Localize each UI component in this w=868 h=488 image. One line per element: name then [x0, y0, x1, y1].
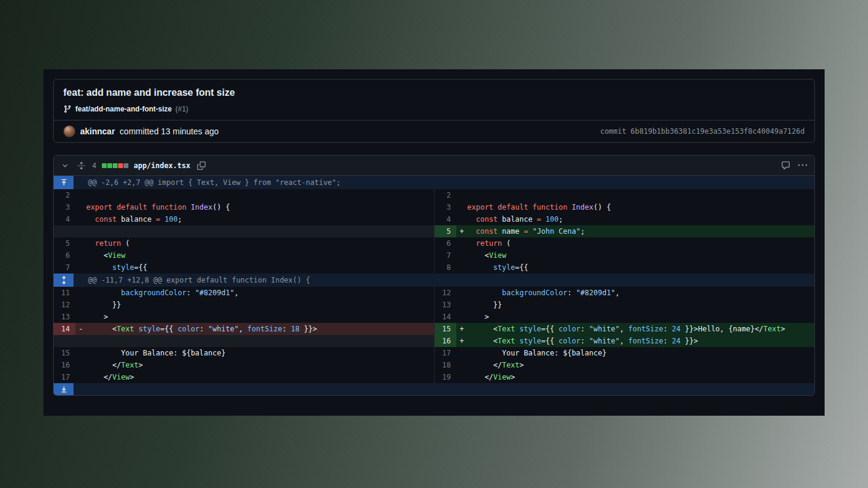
diff-left-half: 16 </Text> — [54, 359, 434, 371]
line-number[interactable]: 4 — [54, 213, 75, 225]
unfold-icon — [77, 161, 86, 170]
diff-left-half: 12 }} — [54, 299, 434, 311]
diff-right-half: 2 — [434, 189, 814, 201]
diff-right-half: 5+ const name = "John Cena"; — [434, 225, 814, 237]
line-number[interactable]: 18 — [435, 359, 456, 371]
diff-row: 3export default function Index() {3expor… — [54, 201, 814, 213]
line-number[interactable]: 16 — [54, 359, 75, 371]
diff-right-half: 7 <View — [434, 249, 814, 261]
code-line: Your Balance: ${balance} — [467, 347, 814, 359]
code-line: backgroundColor: "#8209d1", — [86, 287, 434, 299]
line-number[interactable]: 13 — [435, 299, 456, 311]
diff-row: 4 const balance = 100;4 const balance = … — [54, 213, 814, 225]
kebab-menu-button[interactable] — [797, 160, 808, 171]
expand-both-button[interactable] — [54, 274, 74, 287]
line-number — [54, 225, 75, 237]
diff-right-half: 6 return ( — [434, 237, 814, 249]
line-number[interactable]: 6 — [54, 249, 75, 261]
code-line: <View — [86, 249, 434, 261]
diff-left-half: 14- <Text style={{ color: "white", fontS… — [54, 323, 434, 335]
line-number[interactable]: 6 — [435, 237, 456, 249]
code-line: Your Balance: ${balance} — [86, 347, 434, 359]
unfold-all-button[interactable] — [76, 160, 87, 171]
line-number[interactable]: 14 — [54, 323, 75, 335]
line-number[interactable]: 17 — [435, 347, 456, 359]
diff-left-half: 4 const balance = 100; — [54, 213, 434, 225]
file-diff: 4 app/index.tsx — [53, 155, 815, 396]
code-line: style={{ — [86, 261, 434, 274]
line-number[interactable]: 13 — [54, 311, 75, 323]
diff-sign — [456, 237, 467, 249]
code-line: return ( — [86, 237, 434, 249]
line-number[interactable]: 8 — [435, 261, 456, 274]
diff-left-half: 2 — [54, 189, 434, 201]
line-number[interactable]: 14 — [435, 311, 456, 323]
code-line: return ( — [467, 237, 814, 249]
copy-path-button[interactable] — [196, 160, 207, 171]
diff-row: 5 return (6 return ( — [54, 237, 814, 249]
line-number[interactable]: 17 — [54, 371, 75, 383]
commit-title: feat: add name and increase font size — [63, 87, 805, 98]
comment-button[interactable] — [780, 160, 791, 171]
diff-right-half: 4 const balance = 100; — [434, 213, 814, 225]
commit-header-box: feat: add name and increase font size fe… — [53, 79, 815, 143]
line-number[interactable]: 7 — [54, 261, 75, 274]
branch-name[interactable]: feat/add-name-and-font-size — [75, 105, 172, 113]
file-name[interactable]: app/index.tsx — [134, 161, 190, 170]
avatar[interactable] — [63, 125, 75, 137]
hunk-header-text — [74, 383, 88, 395]
branch-row: feat/add-name-and-font-size (#1) — [63, 105, 805, 113]
diff-sign — [456, 359, 467, 371]
diff-left-half — [54, 225, 434, 237]
diff-sign — [75, 371, 86, 383]
diff-right-half: 13 }} — [434, 299, 814, 311]
author-name[interactable]: akinncar — [80, 127, 115, 136]
line-number[interactable]: 16 — [435, 335, 456, 347]
line-number[interactable]: 11 — [54, 287, 75, 299]
diff-sign — [456, 311, 467, 323]
line-number[interactable]: 12 — [435, 287, 456, 299]
line-number[interactable]: 12 — [54, 299, 75, 311]
diff-row: 13 >14 > — [54, 311, 814, 323]
diff-right-half: 12 backgroundColor: "#8209d1", — [434, 287, 814, 299]
line-number[interactable]: 5 — [435, 225, 456, 237]
committed-text: committed 13 minutes ago — [120, 127, 219, 136]
expand-up-button[interactable] — [54, 176, 74, 189]
hunk-header-row: @@ -2,6 +2,7 @@ import { Text, View } fr… — [54, 176, 814, 189]
diff-left-half: 11 backgroundColor: "#8209d1", — [54, 287, 434, 299]
diff-row: 6 <View7 <View — [54, 249, 814, 261]
code-line: }} — [467, 299, 814, 311]
diff-left-half — [54, 335, 434, 347]
code-line: <Text style={{ color: "white", fontSize:… — [467, 335, 814, 347]
diff-sign — [75, 225, 86, 237]
line-number[interactable]: 15 — [435, 323, 456, 335]
line-number[interactable]: 3 — [54, 201, 75, 213]
line-number[interactable]: 15 — [54, 347, 75, 359]
line-number[interactable]: 4 — [435, 213, 456, 225]
diff-sign: + — [456, 225, 467, 237]
diff-left-half: 15 Your Balance: ${balance} — [54, 347, 434, 359]
code-line: <Text style={{ color: "white", fontSize:… — [86, 323, 434, 335]
line-number[interactable]: 19 — [435, 371, 456, 383]
comment-icon — [781, 161, 790, 170]
diff-sign — [75, 299, 86, 311]
collapse-file-button[interactable] — [60, 160, 71, 171]
diff-sign: - — [75, 323, 86, 335]
commit-sha: 6b819b1bb36381c19e3a53e153f8c40049a7126d — [631, 127, 805, 136]
line-number[interactable]: 7 — [435, 249, 456, 261]
expand-down-button[interactable] — [54, 383, 74, 395]
line-number[interactable]: 5 — [54, 237, 75, 249]
pr-reference[interactable]: (#1) — [175, 105, 188, 113]
diff-sign — [456, 189, 467, 201]
code-line — [86, 335, 434, 347]
git-branch-icon — [63, 105, 72, 113]
line-number[interactable]: 2 — [54, 189, 75, 201]
line-number[interactable]: 3 — [435, 201, 456, 213]
diffstat-square-add — [102, 163, 107, 168]
code-line: export default function Index() { — [86, 201, 434, 213]
diff-row: 14- <Text style={{ color: "white", fontS… — [54, 323, 814, 335]
diffstat-square-add — [107, 163, 112, 168]
line-number[interactable]: 2 — [435, 189, 456, 201]
diffstat — [102, 163, 128, 168]
code-line — [86, 225, 434, 237]
